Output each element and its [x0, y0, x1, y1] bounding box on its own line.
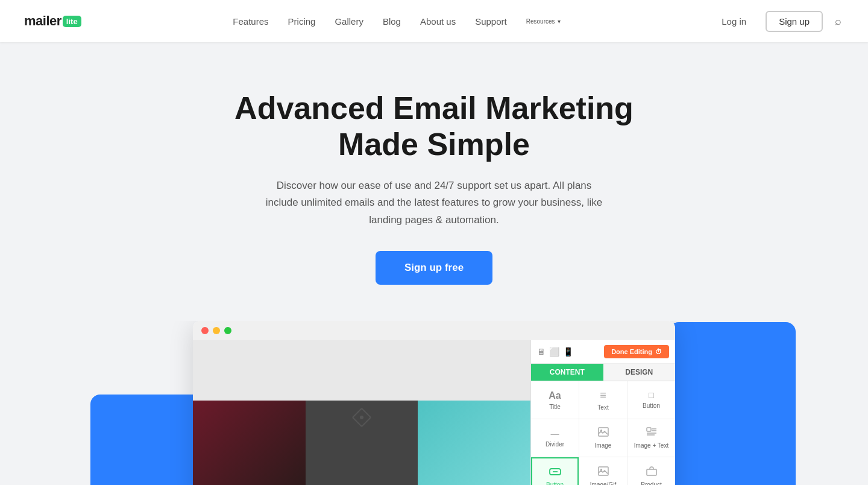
svg-line-3	[353, 408, 362, 417]
tablet-icon[interactable]: ⬜	[549, 347, 559, 357]
navbar: mailer lite Features Pricing Gallery Blo…	[0, 0, 868, 42]
hero-illustration: 🖥 ⬜ 📱 Done Editing ⏱ CONTENT DESIGN	[12, 321, 856, 485]
nav-blog[interactable]: Blog	[383, 16, 401, 27]
text-icon: ≡	[600, 389, 606, 402]
block-text[interactable]: ≡ Text	[579, 381, 627, 419]
nav-features[interactable]: Features	[233, 16, 268, 27]
tab-content[interactable]: CONTENT	[531, 364, 603, 381]
hero-section: Advanced Email Marketing Made Simple Dis…	[0, 42, 868, 485]
block-image-text[interactable]: Image + Text	[627, 419, 675, 457]
image-text-icon	[646, 427, 657, 440]
button-selected-icon	[549, 466, 562, 479]
hero-headline-line1: Advanced Email Marketing	[234, 90, 634, 125]
block-product-label: Product	[641, 481, 661, 485]
image-gif-icon	[598, 466, 609, 479]
canvas-area	[193, 340, 530, 485]
block-button-label: Button	[643, 402, 660, 409]
nav-support[interactable]: Support	[475, 16, 507, 27]
search-icon[interactable]: ⌕	[832, 13, 844, 30]
block-product[interactable]: Product	[627, 457, 675, 485]
done-editing-label: Done Editing	[611, 348, 652, 355]
block-image-gif[interactable]: Image/Gif	[579, 457, 627, 485]
block-image[interactable]: Image	[579, 419, 627, 457]
done-editing-button[interactable]: Done Editing ⏱	[604, 345, 669, 358]
logo[interactable]: mailer lite	[24, 13, 81, 29]
svg-rect-16	[647, 469, 656, 475]
image-placeholder-3	[418, 401, 530, 485]
title-icon: Aa	[549, 390, 561, 401]
window-maximize-dot	[224, 327, 231, 334]
block-image-label: Image	[595, 442, 612, 449]
block-title[interactable]: Aa Title	[531, 381, 579, 419]
hero-headline-line2: Made Simple	[338, 127, 530, 162]
cta-button[interactable]: Sign up free	[376, 251, 492, 285]
browser-mockup: 🖥 ⬜ 📱 Done Editing ⏱ CONTENT DESIGN	[193, 321, 675, 485]
svg-line-1	[362, 417, 371, 426]
window-minimize-dot	[213, 327, 220, 334]
hero-subtext: Discover how our ease of use and 24/7 su…	[259, 177, 609, 230]
block-button-selected-label: Button	[546, 481, 564, 485]
editor-panel: 🖥 ⬜ 📱 Done Editing ⏱ CONTENT DESIGN	[530, 340, 675, 485]
divider-icon: —	[551, 429, 559, 439]
nav-about[interactable]: About us	[420, 16, 456, 27]
nav-links: Features Pricing Gallery Blog About us S…	[233, 16, 560, 27]
mobile-icon[interactable]: 📱	[563, 347, 573, 357]
block-button-selected[interactable]: Button	[531, 457, 579, 485]
image-icon	[598, 427, 609, 440]
block-title-label: Title	[549, 404, 561, 410]
nav-resources-label: Resources	[526, 18, 555, 25]
svg-point-4	[360, 416, 363, 419]
logo-mailer-text: mailer	[24, 13, 61, 29]
block-text-label: Text	[597, 404, 608, 411]
tab-design[interactable]: DESIGN	[603, 364, 676, 381]
block-image-gif-label: Image/Gif	[590, 481, 616, 485]
browser-content: 🖥 ⬜ 📱 Done Editing ⏱ CONTENT DESIGN	[193, 340, 675, 485]
block-image-text-label: Image + Text	[634, 442, 668, 449]
nav-resources-dropdown[interactable]: Resources ▾	[526, 18, 561, 25]
logo-lite-badge: lite	[63, 16, 81, 27]
deco-right-blue	[669, 322, 796, 485]
panel-tabs: CONTENT DESIGN	[531, 364, 675, 381]
block-divider-label: Divider	[546, 441, 564, 448]
button-icon: ☐	[648, 391, 655, 400]
nav-pricing[interactable]: Pricing	[288, 16, 316, 27]
block-button[interactable]: ☐ Button	[627, 381, 675, 419]
block-divider[interactable]: — Divider	[531, 419, 579, 457]
panel-view-icons: 🖥 ⬜ 📱	[537, 347, 573, 357]
panel-header: 🖥 ⬜ 📱 Done Editing ⏱	[531, 340, 675, 364]
compass-icon	[350, 405, 374, 430]
hero-headline: Advanced Email Marketing Made Simple	[223, 90, 645, 163]
image-placeholder-1	[193, 401, 306, 485]
nav-gallery[interactable]: Gallery	[335, 16, 363, 27]
svg-line-2	[353, 417, 362, 426]
desktop-icon[interactable]: 🖥	[537, 347, 546, 357]
nav-actions: Log in Sign up ⌕	[712, 11, 844, 32]
login-button[interactable]: Log in	[712, 11, 756, 31]
content-blocks-grid: Aa Title ≡ Text ☐ Button —	[531, 381, 675, 485]
svg-line-0	[362, 408, 371, 417]
svg-rect-7	[647, 428, 651, 431]
signup-button[interactable]: Sign up	[766, 11, 823, 32]
product-icon	[646, 466, 657, 479]
browser-bar	[193, 321, 675, 340]
window-close-dot	[201, 327, 209, 334]
chevron-down-icon: ▾	[558, 18, 561, 25]
timer-icon: ⏱	[655, 348, 662, 355]
